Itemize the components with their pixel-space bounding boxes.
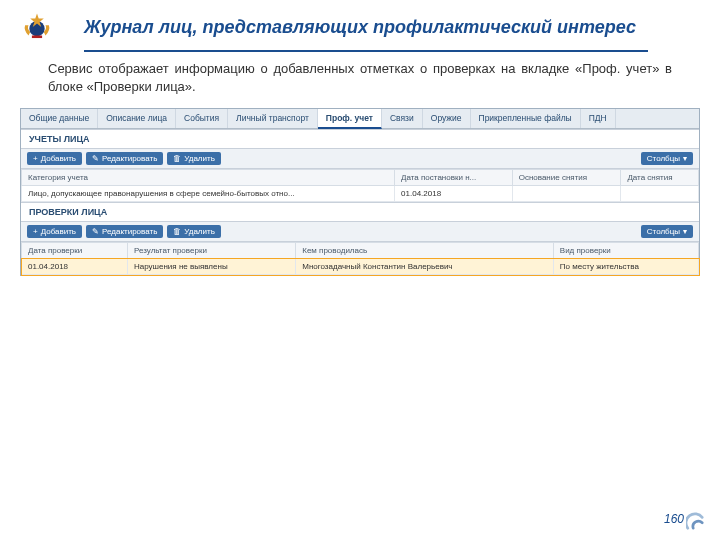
columns-button[interactable]: Столбцы ▾ (641, 225, 693, 238)
column-header[interactable]: Дата постановки н... (395, 170, 513, 186)
page-number: 160 (664, 512, 684, 526)
edit-label: Редактировать (102, 227, 157, 236)
delete-label: Удалить (184, 227, 215, 236)
columns-label: Столбцы (647, 154, 680, 163)
table-uchety: Категория учетаДата постановки н...Основ… (21, 169, 699, 202)
page-title: Журнал лиц, представляющих профилактичес… (84, 17, 636, 38)
column-header[interactable]: Кем проводилась (296, 243, 554, 259)
title-underline (84, 50, 648, 52)
trash-icon: 🗑 (173, 155, 181, 163)
plus-icon: + (33, 228, 38, 236)
add-label: Добавить (41, 227, 76, 236)
delete-label: Удалить (184, 154, 215, 163)
table-row[interactable]: Лицо, допускающее правонарушения в сфере… (22, 186, 699, 202)
column-header[interactable]: Вид проверки (553, 243, 698, 259)
table-cell: По месту жительства (553, 259, 698, 275)
tab-3[interactable]: Личный транспорт (228, 109, 318, 128)
edit-button[interactable]: ✎ Редактировать (86, 225, 163, 238)
table-row[interactable]: 01.04.2018Нарушения не выявленыМногозада… (22, 259, 699, 275)
table-proverki: Дата проверкиРезультат проверкиКем прово… (21, 242, 699, 275)
section-title-uchety: УЧЕТЫ ЛИЦА (21, 130, 699, 149)
add-button[interactable]: + Добавить (27, 152, 82, 165)
add-label: Добавить (41, 154, 76, 163)
column-header[interactable]: Основание снятия (512, 170, 621, 186)
column-header[interactable]: Результат проверки (127, 243, 295, 259)
column-header[interactable]: Категория учета (22, 170, 395, 186)
table-cell: Нарушения не выявлены (127, 259, 295, 275)
table-cell: 01.04.2018 (22, 259, 128, 275)
columns-label: Столбцы (647, 227, 680, 236)
tab-5[interactable]: Связи (382, 109, 423, 128)
chevron-down-icon: ▾ (683, 228, 687, 236)
tab-6[interactable]: Оружие (423, 109, 471, 128)
trash-icon: 🗑 (173, 228, 181, 236)
delete-button[interactable]: 🗑 Удалить (167, 225, 221, 238)
table-cell: Многозадачный Константин Валерьевич (296, 259, 554, 275)
column-header[interactable]: Дата проверки (22, 243, 128, 259)
tab-4[interactable]: Проф. учет (318, 109, 382, 129)
tab-0[interactable]: Общие данные (21, 109, 98, 128)
table-cell (512, 186, 621, 202)
chevron-down-icon: ▾ (683, 155, 687, 163)
add-button[interactable]: + Добавить (27, 225, 82, 238)
tab-7[interactable]: Прикрепленные файлы (471, 109, 581, 128)
section-title-proverki: ПРОВЕРКИ ЛИЦА (21, 203, 699, 222)
table-cell: 01.04.2018 (395, 186, 513, 202)
app-screenshot: Общие данныеОписание лицаСобытияЛичный т… (20, 108, 700, 276)
svg-rect-1 (32, 36, 42, 39)
section-proverki: ПРОВЕРКИ ЛИЦА + Добавить ✎ Редактировать… (21, 202, 699, 275)
columns-button[interactable]: Столбцы ▾ (641, 152, 693, 165)
pencil-icon: ✎ (92, 155, 99, 163)
edit-button[interactable]: ✎ Редактировать (86, 152, 163, 165)
emblem-icon (20, 10, 54, 44)
pencil-icon: ✎ (92, 228, 99, 236)
tab-2[interactable]: События (176, 109, 228, 128)
delete-button[interactable]: 🗑 Удалить (167, 152, 221, 165)
section-uchety: УЧЕТЫ ЛИЦА + Добавить ✎ Редактировать 🗑 … (21, 129, 699, 202)
description-text: Сервис отображает информацию о добавленн… (0, 60, 720, 108)
tab-8[interactable]: ПДН (581, 109, 616, 128)
column-header[interactable]: Дата снятия (621, 170, 699, 186)
toolbar-uchety: + Добавить ✎ Редактировать 🗑 Удалить Сто… (21, 149, 699, 169)
edit-label: Редактировать (102, 154, 157, 163)
table-cell (621, 186, 699, 202)
tab-1[interactable]: Описание лица (98, 109, 176, 128)
table-cell: Лицо, допускающее правонарушения в сфере… (22, 186, 395, 202)
tab-bar: Общие данныеОписание лицаСобытияЛичный т… (21, 109, 699, 129)
toolbar-proverki: + Добавить ✎ Редактировать 🗑 Удалить Сто… (21, 222, 699, 242)
plus-icon: + (33, 155, 38, 163)
page-arc-icon (686, 512, 704, 530)
